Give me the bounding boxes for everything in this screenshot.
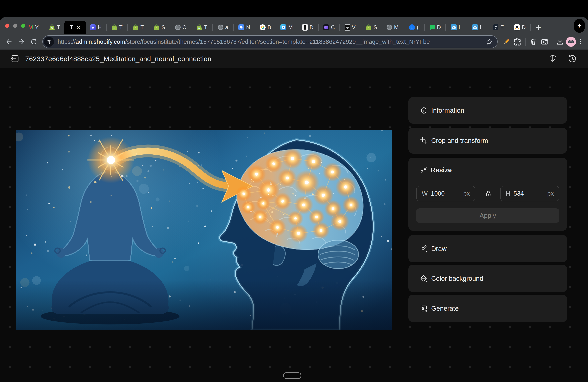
globe-icon — [387, 25, 392, 30]
tab[interactable]: SS — [150, 21, 169, 34]
sparkle-pill-button[interactable]: ✦ — [574, 19, 585, 33]
information-card[interactable]: Information — [408, 97, 567, 124]
tab[interactable]: M — [383, 21, 402, 34]
tab-title: C — [182, 24, 186, 31]
tab-title: a — [225, 24, 228, 31]
tab[interactable]: ST — [192, 21, 211, 34]
tab[interactable]: D — [425, 21, 445, 34]
tab[interactable]: M — [277, 21, 296, 34]
trash-icon — [529, 38, 537, 46]
forward-button[interactable] — [16, 36, 27, 48]
tab-divider — [530, 24, 531, 31]
tab[interactable]: ST — [107, 21, 127, 34]
globe-icon — [218, 25, 223, 30]
zoom-window-button[interactable] — [21, 24, 25, 28]
mail-icon — [451, 24, 457, 30]
delete-button[interactable] — [528, 37, 538, 47]
shopify-icon: S — [111, 24, 117, 31]
tab-close-icon[interactable]: ✕ — [76, 25, 81, 30]
history-icon[interactable] — [567, 54, 577, 63]
aspect-lock-button[interactable] — [484, 188, 493, 199]
download-icon — [556, 38, 564, 46]
tab-title: B — [267, 24, 271, 31]
sparkle-icon: ✦ — [577, 22, 582, 30]
bottom-toolbar-handle[interactable] — [283, 372, 301, 379]
tab-divider — [276, 24, 276, 31]
site-settings-button[interactable] — [44, 37, 54, 47]
browser-toolbar: https://admin.shopify.com/store/focusins… — [0, 34, 588, 50]
extensions-button[interactable] — [512, 37, 523, 47]
tab[interactable]: ST — [45, 21, 64, 34]
svg-text:S: S — [51, 26, 53, 30]
tab[interactable]: MY — [24, 21, 43, 34]
svg-text:S: S — [198, 26, 200, 30]
tab[interactable]: L — [446, 21, 466, 34]
tab[interactable]: SS — [362, 21, 381, 34]
pencil-extension-button[interactable] — [501, 37, 512, 47]
apply-button[interactable]: Apply — [416, 208, 559, 223]
reload-button[interactable] — [28, 36, 40, 48]
crop-icon — [420, 136, 428, 145]
minimize-window-button[interactable] — [13, 24, 17, 28]
page-search-icon — [540, 38, 548, 46]
exit-editor-icon[interactable] — [10, 54, 20, 63]
search-page-button[interactable] — [539, 37, 550, 47]
color-background-card[interactable]: Color background — [408, 265, 567, 292]
tab-title: T — [140, 24, 144, 31]
resize-card[interactable]: Resize W 1000 px H 534 px Apply — [408, 158, 567, 231]
generate-label: Generate — [431, 305, 459, 312]
tab[interactable]: N — [234, 21, 254, 34]
width-value: 1000 — [431, 190, 445, 197]
width-unit: px — [463, 190, 470, 197]
resize-icon — [420, 166, 428, 174]
tab-title: L — [480, 24, 483, 31]
close-window-button[interactable] — [5, 24, 9, 28]
pencil-icon — [502, 38, 511, 46]
new-tab-button[interactable]: + — [531, 21, 546, 34]
tab[interactable]: a — [213, 21, 233, 34]
height-input[interactable]: H 534 px — [500, 186, 559, 201]
toolbar-separator — [525, 38, 525, 46]
back-button[interactable] — [3, 36, 15, 48]
width-input[interactable]: W 1000 px — [416, 186, 475, 201]
image-editor-page: 762337e6d6ef4888ca25_Meditation_and_neur… — [0, 50, 588, 382]
profile-avatar[interactable] — [566, 37, 576, 47]
tab-title: C — [331, 24, 335, 31]
draw-card[interactable]: Draw — [408, 235, 567, 262]
tab-divider — [212, 24, 213, 31]
tab[interactable]: ◆H — [86, 21, 105, 34]
traffic-lights — [5, 17, 25, 34]
tab[interactable]: C — [319, 21, 339, 34]
tab[interactable]: ST — [128, 21, 148, 34]
tab-divider — [403, 24, 403, 31]
gmail-icon: M — [28, 24, 33, 31]
toolbar-separator — [552, 38, 552, 46]
tab-title: D — [522, 24, 526, 31]
shopify-icon: S — [366, 24, 372, 31]
resize-text-download-icon[interactable] — [548, 54, 558, 63]
crop-transform-card[interactable]: Crop and transform — [408, 128, 567, 154]
tab-active[interactable]: T✕ — [64, 21, 86, 34]
generate-card[interactable]: Generate — [408, 295, 567, 322]
menu-button[interactable] — [577, 37, 585, 47]
shopify-icon: S — [49, 24, 55, 31]
tab-divider — [339, 24, 340, 31]
tag-icon — [238, 24, 244, 30]
address-bar[interactable]: https://admin.shopify.com/store/focusins… — [42, 35, 498, 48]
generate-image-sparkle-icon — [420, 304, 428, 313]
tab[interactable]: D — [298, 21, 318, 34]
tab[interactable]: f( — [404, 21, 424, 34]
tab[interactable]: GB — [256, 21, 275, 34]
tab[interactable]: C — [171, 21, 190, 34]
tab[interactable]: V — [340, 21, 360, 34]
downloads-button[interactable] — [555, 37, 565, 47]
tab[interactable]: L — [468, 21, 487, 34]
bookmark-star-icon[interactable] — [486, 38, 493, 45]
purple-app-icon — [323, 24, 329, 30]
tab[interactable]: aD — [510, 21, 530, 34]
tab-title: M — [288, 24, 293, 31]
info-icon — [420, 106, 428, 115]
tab-divider — [488, 24, 488, 31]
tab-title: D — [437, 24, 441, 31]
tab[interactable]: E — [489, 21, 508, 34]
